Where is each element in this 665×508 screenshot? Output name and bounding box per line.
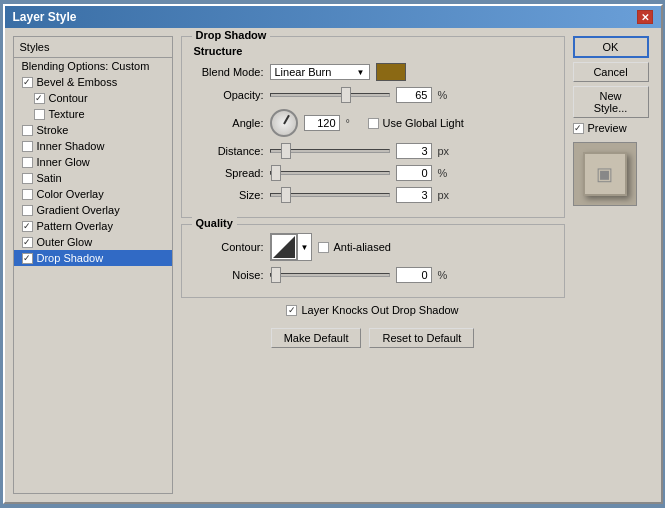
distance-input[interactable]	[396, 143, 432, 159]
contour-label: Contour:	[194, 241, 264, 253]
texture-checkbox[interactable]	[34, 109, 45, 120]
blend-mode-row: Blend Mode: Linear Burn ▼	[194, 63, 552, 81]
anti-aliased-label[interactable]: Anti-aliased	[318, 241, 390, 253]
sidebar-item-satin[interactable]: Satin	[14, 170, 172, 186]
drop-shadow-panel: Drop Shadow Structure Blend Mode: Linear…	[181, 36, 565, 218]
global-light-label[interactable]: Use Global Light	[368, 117, 464, 129]
contour-label: Contour	[49, 92, 88, 104]
sidebar-item-drop-shadow[interactable]: Drop Shadow	[14, 250, 172, 266]
blend-mode-arrow-icon: ▼	[357, 68, 365, 77]
contour-arrow-icon[interactable]: ▼	[297, 234, 312, 260]
layer-knocks-row: Layer Knocks Out Drop Shadow	[181, 304, 565, 316]
opacity-slider-container	[270, 93, 390, 97]
noise-input[interactable]	[396, 267, 432, 283]
sidebar-item-inner-shadow[interactable]: Inner Shadow	[14, 138, 172, 154]
distance-row: Distance: px	[194, 143, 552, 159]
quality-section-title: Quality	[192, 217, 237, 229]
anti-aliased-text: Anti-aliased	[333, 241, 390, 253]
pattern-overlay-label: Pattern Overlay	[37, 220, 113, 232]
spread-unit: %	[438, 167, 454, 179]
noise-unit: %	[438, 269, 454, 281]
sidebar-item-stroke[interactable]: Stroke	[14, 122, 172, 138]
stroke-label: Stroke	[37, 124, 69, 136]
spread-input[interactable]	[396, 165, 432, 181]
global-light-text: Use Global Light	[383, 117, 464, 129]
angle-indicator	[283, 115, 290, 125]
spread-slider[interactable]	[270, 171, 390, 175]
drop-shadow-label: Drop Shadow	[37, 252, 104, 264]
structure-title: Structure	[194, 45, 552, 57]
anti-aliased-checkbox[interactable]	[318, 242, 329, 253]
noise-row: Noise: %	[194, 267, 552, 283]
noise-slider-container	[270, 273, 390, 277]
size-slider[interactable]	[270, 193, 390, 197]
sidebar-item-texture[interactable]: Texture	[14, 106, 172, 122]
preview-checkbox[interactable]	[573, 123, 584, 134]
ok-button[interactable]: OK	[573, 36, 649, 58]
sidebar-item-bevel-emboss[interactable]: Bevel & Emboss	[14, 74, 172, 90]
bevel-emboss-checkbox[interactable]	[22, 77, 33, 88]
blending-label: Blending Options: Custom	[22, 60, 150, 72]
contour-preview[interactable]	[271, 234, 297, 260]
sidebar-item-contour[interactable]: Contour	[14, 90, 172, 106]
contour-checkbox[interactable]	[34, 93, 45, 104]
spread-label: Spread:	[194, 167, 264, 179]
contour-svg	[273, 236, 295, 258]
sidebar-item-outer-glow[interactable]: Outer Glow	[14, 234, 172, 250]
inner-shadow-label: Inner Shadow	[37, 140, 105, 152]
contour-dropdown[interactable]: ▼	[270, 233, 313, 261]
sidebar-item-inner-glow[interactable]: Inner Glow	[14, 154, 172, 170]
distance-slider[interactable]	[270, 149, 390, 153]
angle-dial[interactable]	[270, 109, 298, 137]
angle-unit: °	[346, 117, 362, 129]
texture-label: Texture	[49, 108, 85, 120]
opacity-input[interactable]	[396, 87, 432, 103]
layer-knocks-checkbox[interactable]	[286, 305, 297, 316]
cancel-button[interactable]: Cancel	[573, 62, 649, 82]
global-light-checkbox[interactable]	[368, 118, 379, 129]
sidebar-item-gradient-overlay[interactable]: Gradient Overlay	[14, 202, 172, 218]
angle-label: Angle:	[194, 117, 264, 129]
spread-row: Spread: %	[194, 165, 552, 181]
size-input[interactable]	[396, 187, 432, 203]
satin-label: Satin	[37, 172, 62, 184]
outer-glow-checkbox[interactable]	[22, 237, 33, 248]
sidebar-item-color-overlay[interactable]: Color Overlay	[14, 186, 172, 202]
satin-checkbox[interactable]	[22, 173, 33, 184]
sidebar-item-pattern-overlay[interactable]: Pattern Overlay	[14, 218, 172, 234]
quality-panel: Quality Contour: ▼	[181, 224, 565, 298]
sidebar-item-blending[interactable]: Blending Options: Custom	[14, 58, 172, 74]
blend-mode-dropdown[interactable]: Linear Burn ▼	[270, 64, 370, 80]
outer-glow-label: Outer Glow	[37, 236, 93, 248]
size-row: Size: px	[194, 187, 552, 203]
opacity-slider[interactable]	[270, 93, 390, 97]
reset-default-button[interactable]: Reset to Default	[369, 328, 474, 348]
pattern-overlay-checkbox[interactable]	[22, 221, 33, 232]
opacity-label: Opacity:	[194, 89, 264, 101]
noise-slider[interactable]	[270, 273, 390, 277]
color-overlay-checkbox[interactable]	[22, 189, 33, 200]
make-default-button[interactable]: Make Default	[271, 328, 362, 348]
bevel-emboss-label: Bevel & Emboss	[37, 76, 118, 88]
new-style-button[interactable]: New Style...	[573, 86, 649, 118]
stroke-checkbox[interactable]	[22, 125, 33, 136]
close-button[interactable]: ✕	[637, 10, 653, 24]
inner-glow-checkbox[interactable]	[22, 157, 33, 168]
shadow-color-swatch[interactable]	[376, 63, 406, 81]
blend-mode-label: Blend Mode:	[194, 66, 264, 78]
preview-label: Preview	[588, 122, 627, 134]
right-panel: OK Cancel New Style... Preview ▣	[573, 36, 653, 494]
gradient-overlay-label: Gradient Overlay	[37, 204, 120, 216]
distance-slider-container	[270, 149, 390, 153]
gradient-overlay-checkbox[interactable]	[22, 205, 33, 216]
drop-shadow-section-title: Drop Shadow	[192, 29, 271, 41]
inner-shadow-checkbox[interactable]	[22, 141, 33, 152]
drop-shadow-checkbox[interactable]	[22, 253, 33, 264]
preview-thumbnail: ▣	[573, 142, 637, 206]
dialog-title: Layer Style	[13, 10, 77, 24]
angle-row: Angle: ° Use Global Light	[194, 109, 552, 137]
distance-label: Distance:	[194, 145, 264, 157]
blend-mode-select[interactable]: Linear Burn ▼	[270, 64, 370, 80]
angle-input[interactable]	[304, 115, 340, 131]
size-unit: px	[438, 189, 454, 201]
